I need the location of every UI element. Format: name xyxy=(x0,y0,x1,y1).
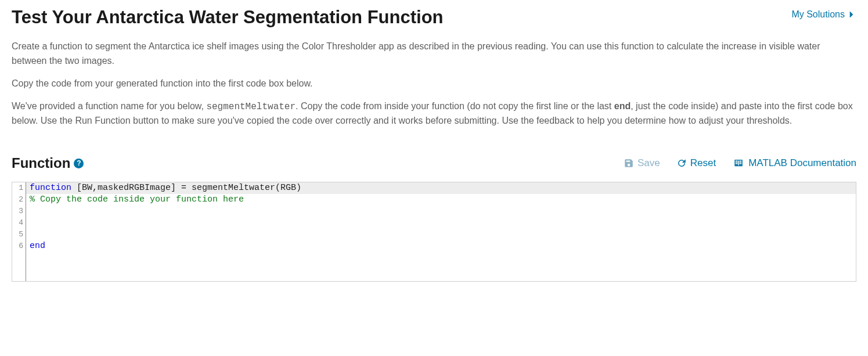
docs-label: MATLAB Documentation xyxy=(748,157,856,169)
code-line-4[interactable]: 4 xyxy=(12,217,856,229)
line-number: 3 xyxy=(12,206,26,217)
end-keyword-inline: end xyxy=(614,101,631,111)
reset-button[interactable]: Reset xyxy=(676,157,716,169)
code-line-5[interactable]: 5 xyxy=(12,229,856,240)
desc-paragraph-2: Copy the code from your generated functi… xyxy=(12,77,856,91)
editor-empty-area[interactable] xyxy=(12,252,856,281)
help-icon[interactable]: ? xyxy=(74,159,84,168)
save-label: Save xyxy=(638,157,660,169)
line-number: 4 xyxy=(12,217,26,229)
line-number: 2 xyxy=(12,194,26,206)
save-icon xyxy=(624,158,634,168)
page-title: Test Your Antarctica Water Segmentation … xyxy=(12,6,444,29)
chevron-right-icon xyxy=(846,9,856,20)
my-solutions-link[interactable]: My Solutions xyxy=(791,9,856,20)
function-name-inline: segmentMeltwater xyxy=(206,102,296,112)
my-solutions-label: My Solutions xyxy=(791,9,845,20)
desc-paragraph-3: We've provided a function name for you b… xyxy=(12,99,856,129)
code-line-1[interactable]: 1 function [BW,maskedRGBImage] = segment… xyxy=(12,182,856,194)
code-line-2[interactable]: 2 % Copy the code inside your function h… xyxy=(12,194,856,206)
line-number: 6 xyxy=(12,240,26,252)
description-block: Create a function to segment the Antarct… xyxy=(12,39,856,128)
desc-paragraph-1: Create a function to segment the Antarct… xyxy=(12,39,856,69)
reset-icon xyxy=(676,158,687,168)
book-icon xyxy=(732,158,745,168)
save-button[interactable]: Save xyxy=(624,157,660,169)
code-editor[interactable]: 1 function [BW,maskedRGBImage] = segment… xyxy=(12,182,856,282)
matlab-documentation-link[interactable]: MATLAB Documentation xyxy=(732,157,856,169)
line-number: 5 xyxy=(12,229,26,240)
line-number: 1 xyxy=(12,182,26,194)
function-heading: Function xyxy=(12,155,70,171)
code-line-3[interactable]: 3 xyxy=(12,206,856,217)
code-line-6[interactable]: 6 end xyxy=(12,240,856,252)
reset-label: Reset xyxy=(690,157,716,169)
